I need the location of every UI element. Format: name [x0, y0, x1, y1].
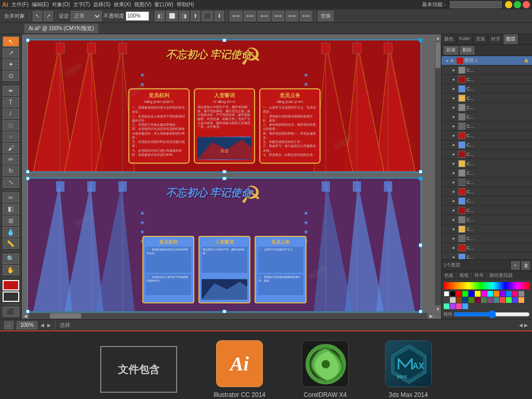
transform-btn[interactable]: 变换 [318, 11, 334, 21]
layer-row-5[interactable]: ● C... [442, 94, 532, 103]
expand-icon-1[interactable]: ▶ [451, 58, 454, 63]
handle2-tr[interactable] [419, 177, 422, 180]
eye-icon-18[interactable]: ● [450, 217, 457, 222]
delete-layer-btn[interactable]: 删除 [460, 46, 474, 55]
swatch-mauve[interactable] [487, 297, 493, 303]
distribute-btn6[interactable]: ⟺ [300, 11, 312, 21]
align-left-btn[interactable]: ◧ [155, 11, 165, 21]
layer-row-14[interactable]: ● C... [442, 178, 532, 187]
swatch-purple[interactable] [500, 291, 506, 297]
swatch-magenta[interactable] [481, 291, 487, 297]
eye-icon-5[interactable]: ● [450, 96, 457, 101]
illustrator-icon[interactable]: Ai [216, 340, 263, 387]
eye-icon-3[interactable]: ● [450, 77, 457, 82]
layer-row-10[interactable]: ● C... [442, 140, 532, 150]
add-layer-icon-btn[interactable]: + [511, 261, 520, 270]
eye-icon-7[interactable]: ● [450, 114, 457, 119]
distribute-btn3[interactable]: ⟺ [258, 11, 270, 21]
stroke-color[interactable] [3, 291, 19, 302]
3dsmax-icon[interactable]: AX MAX [385, 340, 432, 387]
brush-tool[interactable]: 🖌 [3, 143, 19, 153]
swatch-gray[interactable] [518, 291, 524, 297]
scroll-up-btn[interactable]: ▲ [435, 34, 441, 42]
swatch-peach[interactable] [518, 297, 524, 303]
lock-icon-1[interactable]: 🔒 [524, 58, 530, 63]
coreldraw-icon[interactable] [302, 340, 349, 387]
handle2-br[interactable] [419, 310, 422, 313]
menu-file[interactable]: 文件(F) [11, 1, 29, 8]
tab-swatches[interactable]: 色板 [442, 271, 457, 280]
tab-kuler[interactable]: Kuler [457, 34, 473, 44]
menu-window[interactable]: 窗口(W) [154, 1, 173, 8]
eye-icon-20[interactable]: ● [450, 236, 457, 241]
color-gradient-bar[interactable] [444, 282, 530, 289]
eye-icon-15[interactable]: ● [450, 189, 457, 194]
ellipse-tool[interactable]: ○ [3, 131, 19, 142]
pen-tool[interactable]: ✒ [3, 86, 19, 96]
tab-settings[interactable]: 安装 [473, 34, 488, 44]
zoom-tool[interactable]: 🔍 [3, 254, 19, 264]
swatch-mint[interactable] [444, 303, 449, 309]
eye-icon-17[interactable]: ● [450, 208, 457, 213]
handle2-tm[interactable] [222, 177, 226, 180]
selection-tool-btn[interactable]: ↖ [33, 11, 42, 21]
layer-row-18[interactable]: ● C... [442, 215, 532, 224]
eye-icon-22[interactable]: ● [450, 255, 457, 260]
lasso-tool[interactable]: ⊙ [3, 71, 19, 81]
menu-edit[interactable]: 编辑(E) [32, 1, 49, 8]
handle-tl[interactable] [26, 38, 30, 42]
file-tab[interactable]: Ai.ai* @ 100% (CMYK/预览) [24, 23, 99, 33]
type-tool[interactable]: T [3, 97, 19, 108]
handle2-bm[interactable] [222, 310, 226, 313]
align-center-btn[interactable]: ⬜ [166, 11, 178, 21]
layer-row-17[interactable]: ● C... [442, 206, 532, 215]
distribute-btn2[interactable]: ⟺ [244, 11, 256, 21]
tab-brushes[interactable]: 画笔 [457, 271, 472, 280]
layer-row-20[interactable]: ● C... [442, 234, 532, 243]
nav-right-btn[interactable]: ▶ [47, 323, 51, 328]
layer-row-21[interactable]: ● C... [442, 243, 532, 252]
handle-bl[interactable] [26, 170, 30, 174]
menu-view[interactable]: 视图(V) [134, 1, 151, 8]
line-tool[interactable]: / [3, 109, 19, 119]
swatch-darkpink[interactable] [475, 297, 481, 303]
swatch-lightred[interactable] [500, 297, 506, 303]
mode-dropdown[interactable]: 正常 [71, 11, 102, 21]
distribute-btn1[interactable]: ⟺ [230, 11, 242, 21]
distribute-btn5[interactable]: ⟺ [286, 11, 298, 21]
tab-align[interactable]: 对齐 [488, 34, 503, 44]
align-top-btn[interactable]: ⬆ [191, 11, 200, 21]
swatch-orange[interactable] [494, 291, 499, 297]
illustrator-app-item[interactable]: Ai Illustrator CC 2014 [214, 340, 265, 398]
eye-icon-9[interactable]: ● [450, 133, 457, 138]
selection-tool[interactable]: ↖ [3, 36, 19, 47]
layer-row-22[interactable]: ● C... [442, 252, 532, 259]
eye-icon-4[interactable]: ● [450, 86, 457, 91]
swatch-lightgray[interactable] [450, 297, 456, 303]
tab-color[interactable]: 颜色 [442, 34, 457, 44]
swatch-black[interactable] [450, 291, 456, 297]
hand-tool[interactable]: ✋ [3, 265, 19, 275]
layer-row-9[interactable]: ● C... [442, 131, 532, 140]
opacity-input[interactable] [126, 11, 149, 21]
eye-icon-11[interactable]: ● [450, 152, 457, 157]
minimize-btn[interactable] [505, 1, 512, 8]
tab-pathfinder[interactable]: 路径查找器 [487, 271, 515, 280]
swatch-white[interactable] [444, 291, 449, 297]
screen-mode-btn[interactable]: ⬛ [3, 307, 19, 317]
handle-tr[interactable] [419, 38, 422, 42]
align-bottom-btn[interactable]: ⬇ [215, 11, 224, 21]
nav-left-btn[interactable]: ◀ [41, 323, 44, 328]
distribute-btn4[interactable]: ⟺ [272, 11, 284, 21]
layer-row-8[interactable]: ● C... [442, 122, 532, 131]
blend-tool[interactable]: ∞ [3, 192, 19, 203]
eye-icon-21[interactable]: ● [450, 245, 457, 250]
layer-row-13[interactable]: ● C... [442, 168, 532, 178]
swatch-teal[interactable] [494, 297, 499, 303]
menu-help[interactable]: 帮助(H) [177, 1, 194, 8]
eyedropper-tool[interactable]: 💧 [3, 227, 19, 237]
horizontal-scrollbar[interactable]: ◀ ▶ [22, 313, 435, 319]
swatch-lightgreen[interactable] [506, 297, 512, 303]
handle-bm[interactable] [222, 170, 226, 174]
eye-icon-19[interactable]: ● [450, 227, 457, 232]
